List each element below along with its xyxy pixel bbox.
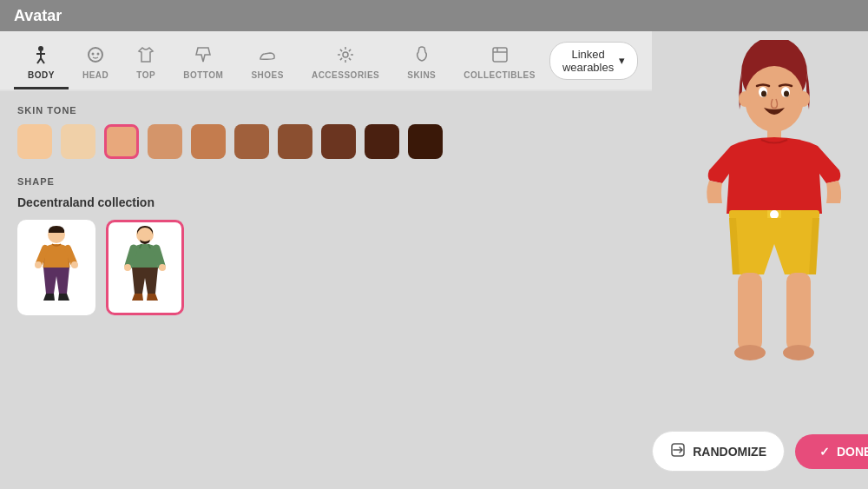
randomize-icon <box>670 442 686 460</box>
skin-tone-label: SKIN TONE <box>17 105 635 116</box>
svg-point-14 <box>124 264 131 271</box>
tab-top-label: TOP <box>136 70 155 80</box>
svg-point-20 <box>761 91 766 97</box>
svg-point-31 <box>783 345 814 360</box>
avatar-preview-panel: RANDOMIZE ✓ DONE <box>652 31 868 489</box>
top-icon <box>136 45 155 67</box>
body-icon <box>31 45 50 67</box>
svg-line-4 <box>41 58 44 63</box>
randomize-label: RANDOMIZE <box>693 445 766 459</box>
svg-point-0 <box>38 46 43 51</box>
skin-swatch-8[interactable] <box>321 124 356 159</box>
done-label: DONE <box>837 445 868 459</box>
svg-point-17 <box>745 66 804 132</box>
tab-body[interactable]: BODY <box>14 38 69 89</box>
tab-top[interactable]: TOP <box>122 38 169 89</box>
svg-point-27 <box>770 210 779 219</box>
svg-point-6 <box>92 53 95 56</box>
skin-tone-swatches <box>17 124 635 159</box>
svg-rect-9 <box>493 48 507 62</box>
accessories-icon <box>336 45 355 67</box>
chevron-down-icon: ▾ <box>619 54 625 67</box>
skin-swatch-6[interactable] <box>234 124 269 159</box>
skin-swatch-7[interactable] <box>278 124 312 159</box>
tab-skins[interactable]: SKINS <box>393 38 450 89</box>
tab-accessories-label: ACCESSORIES <box>312 70 379 80</box>
skin-swatch-10[interactable] <box>408 124 443 159</box>
linked-wearables-button[interactable]: Linked wearables ▾ <box>549 42 638 80</box>
svg-point-30 <box>734 345 766 360</box>
checkmark-icon: ✓ <box>819 445 830 459</box>
done-button[interactable]: ✓ DONE <box>795 434 868 469</box>
page-title: Avatar <box>14 7 62 25</box>
tab-head-label: HEAD <box>82 70 108 80</box>
tab-accessories[interactable]: ACCESSORIES <box>298 38 393 89</box>
shape-section: SHAPE Decentraland collection <box>17 176 635 315</box>
tab-bottom-label: BOTTOM <box>183 70 223 80</box>
head-icon <box>86 45 105 67</box>
collectibles-icon <box>490 45 510 67</box>
svg-point-11 <box>35 261 42 268</box>
tab-head[interactable]: HEAD <box>69 38 122 89</box>
tab-bottom[interactable]: BOTTOM <box>169 38 237 89</box>
tab-shoes[interactable]: SHOES <box>237 38 298 89</box>
skin-swatch-9[interactable] <box>365 124 399 159</box>
avatar-cards <box>17 220 635 315</box>
linked-wearables-label: Linked wearables <box>562 48 614 74</box>
svg-point-15 <box>159 264 166 271</box>
randomize-button[interactable]: RANDOMIZE <box>652 431 785 472</box>
shape-label: SHAPE <box>17 176 635 187</box>
svg-point-8 <box>343 52 348 57</box>
skin-swatch-4[interactable] <box>148 124 182 159</box>
shoes-icon <box>258 45 277 67</box>
svg-point-21 <box>784 91 789 97</box>
avatar-card-female[interactable] <box>17 220 95 315</box>
avatar-3d-preview <box>644 31 868 413</box>
tab-collectibles-label: COLLECTIBLES <box>464 70 536 80</box>
svg-point-12 <box>71 261 78 268</box>
tab-skins-label: SKINS <box>407 70 436 80</box>
tab-collectibles[interactable]: COLLECTIBLES <box>450 38 549 89</box>
tab-shoes-label: SHOES <box>251 70 284 80</box>
skin-swatch-2[interactable] <box>61 124 95 159</box>
collection-label: Decentraland collection <box>17 195 635 209</box>
svg-rect-28 <box>738 273 762 351</box>
svg-rect-29 <box>786 273 811 351</box>
skins-icon <box>412 45 431 67</box>
svg-point-22 <box>739 91 751 107</box>
bottom-actions: RANDOMIZE ✓ DONE <box>652 431 868 472</box>
skin-swatch-5[interactable] <box>191 124 226 159</box>
skin-swatch-3[interactable] <box>104 124 139 159</box>
svg-point-7 <box>97 53 100 56</box>
bottom-icon <box>194 45 213 67</box>
avatar-card-male[interactable] <box>106 220 184 315</box>
svg-point-5 <box>89 48 102 62</box>
svg-point-23 <box>798 91 810 107</box>
tab-body-label: BODY <box>28 70 55 80</box>
skin-swatch-1[interactable] <box>17 124 52 159</box>
nav-tabs: BODY HEAD <box>0 31 652 91</box>
